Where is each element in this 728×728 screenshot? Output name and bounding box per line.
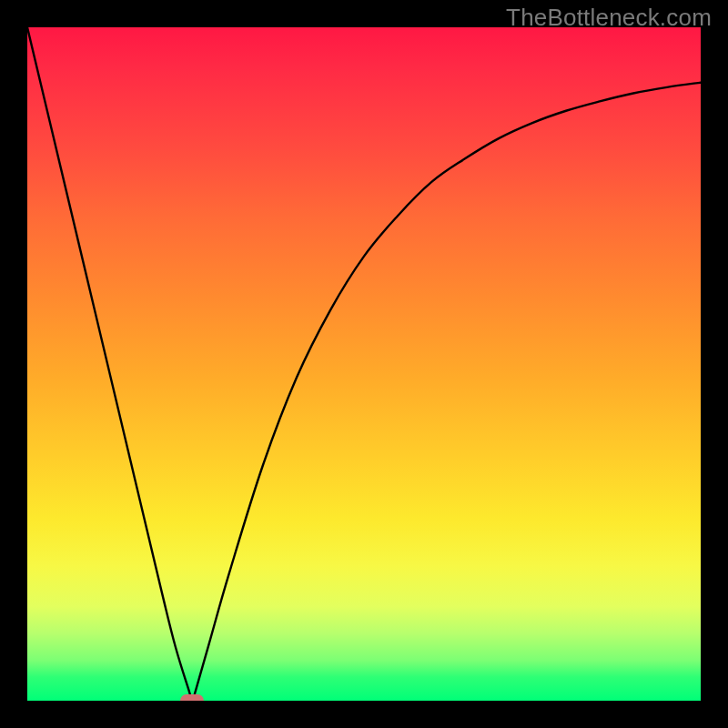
chart-frame: TheBottleneck.com <box>0 0 728 728</box>
plot-area <box>27 27 701 701</box>
minimum-marker <box>180 694 204 701</box>
bottleneck-curve <box>27 27 701 701</box>
